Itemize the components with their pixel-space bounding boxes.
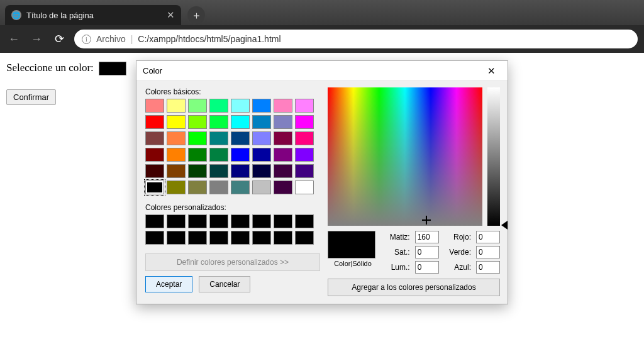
custom-swatch[interactable] — [209, 231, 228, 245]
basic-swatch[interactable] — [145, 164, 164, 178]
basic-swatch[interactable] — [167, 131, 186, 145]
dialog-titlebar[interactable]: Color ✕ — [136, 61, 508, 81]
custom-swatch[interactable] — [145, 214, 164, 228]
blue-input[interactable] — [476, 261, 500, 274]
basic-swatch[interactable] — [274, 115, 292, 129]
custom-swatch[interactable] — [252, 231, 271, 245]
reload-button[interactable]: ⟳ — [52, 32, 67, 46]
custom-swatch[interactable] — [295, 214, 314, 228]
basic-swatch[interactable] — [274, 180, 292, 194]
url-separator: | — [131, 34, 133, 44]
basic-swatch[interactable] — [295, 180, 314, 194]
custom-swatch[interactable] — [145, 231, 164, 245]
custom-swatch[interactable] — [274, 214, 292, 228]
basic-swatch[interactable] — [231, 180, 250, 194]
basic-swatch[interactable] — [167, 115, 186, 129]
basic-swatch[interactable] — [209, 115, 228, 129]
custom-swatch[interactable] — [188, 231, 207, 245]
basic-swatch[interactable] — [274, 131, 292, 145]
back-button[interactable]: ← — [6, 33, 21, 46]
lum-input[interactable] — [415, 261, 439, 274]
custom-swatch[interactable] — [295, 231, 314, 245]
basic-swatch[interactable] — [145, 115, 164, 129]
color-dialog: Color ✕ Colores básicos: Colores persona… — [136, 60, 508, 304]
custom-swatch[interactable] — [274, 231, 292, 245]
preview-label: Color|Sólido — [328, 260, 378, 267]
accept-button[interactable]: Aceptar — [145, 276, 192, 292]
basic-swatch[interactable] — [231, 115, 250, 129]
define-custom-button: Definir colores personalizados >> — [145, 253, 320, 271]
custom-colors-grid — [145, 214, 320, 245]
custom-swatch[interactable] — [188, 214, 207, 228]
custom-swatch[interactable] — [167, 214, 186, 228]
tab-close-icon[interactable]: ✕ — [167, 9, 175, 21]
basic-swatch[interactable] — [231, 99, 250, 113]
basic-swatch[interactable] — [145, 99, 164, 113]
url-bar[interactable]: i Archivo | C:/xampp/htdocs/html5/pagina… — [74, 30, 638, 48]
basic-swatch[interactable] — [188, 115, 207, 129]
basic-swatch[interactable] — [252, 99, 271, 113]
browser-tabstrip: 🌐 Título de la página ✕ ＋ — [0, 0, 644, 25]
custom-swatch[interactable] — [231, 231, 250, 245]
basic-colors-label: Colores básicos: — [145, 87, 320, 96]
cancel-button[interactable]: Cancelar — [199, 276, 250, 292]
basic-swatch[interactable] — [274, 148, 292, 162]
basic-swatch[interactable] — [252, 131, 271, 145]
basic-swatch[interactable] — [231, 148, 250, 162]
custom-swatch[interactable] — [167, 231, 186, 245]
basic-swatch[interactable] — [167, 164, 186, 178]
basic-swatch[interactable] — [252, 180, 271, 194]
basic-swatch[interactable] — [209, 164, 228, 178]
basic-swatch[interactable] — [188, 148, 207, 162]
luminosity-slider[interactable] — [487, 87, 500, 226]
confirm-button[interactable]: Confirmar — [6, 89, 56, 105]
sat-input[interactable] — [415, 246, 439, 258]
basic-swatch[interactable] — [231, 131, 250, 145]
basic-swatch[interactable] — [145, 148, 164, 162]
basic-swatch[interactable] — [188, 164, 207, 178]
info-icon[interactable]: i — [82, 35, 91, 44]
dialog-close-button[interactable]: ✕ — [477, 62, 505, 80]
basic-swatch[interactable] — [209, 99, 228, 113]
add-to-custom-button[interactable]: Agregar a los colores personalizados — [328, 279, 500, 296]
basic-swatch[interactable] — [167, 99, 186, 113]
color-input[interactable] — [99, 62, 126, 75]
custom-swatch[interactable] — [231, 214, 250, 228]
globe-icon: 🌐 — [11, 10, 21, 20]
basic-swatch[interactable] — [295, 148, 314, 162]
sat-label: Sat.: — [384, 248, 410, 257]
hue-input[interactable] — [415, 231, 439, 243]
url-scheme: Archivo — [96, 34, 126, 44]
basic-swatch[interactable] — [295, 115, 314, 129]
basic-swatch[interactable] — [167, 180, 186, 194]
forward-button[interactable]: → — [29, 33, 44, 46]
basic-swatch[interactable] — [188, 99, 207, 113]
red-input[interactable] — [476, 231, 500, 243]
basic-swatch[interactable] — [231, 164, 250, 178]
new-tab-button[interactable]: ＋ — [187, 6, 205, 24]
basic-swatch[interactable] — [145, 180, 164, 194]
basic-swatch[interactable] — [167, 148, 186, 162]
basic-swatch[interactable] — [252, 115, 271, 129]
basic-swatch[interactable] — [252, 148, 271, 162]
basic-swatch[interactable] — [274, 164, 292, 178]
green-label: Verde: — [444, 248, 471, 257]
basic-swatch[interactable] — [295, 164, 314, 178]
basic-swatch[interactable] — [188, 180, 207, 194]
custom-swatch[interactable] — [209, 214, 228, 228]
basic-swatch[interactable] — [295, 131, 314, 145]
basic-swatch[interactable] — [252, 164, 271, 178]
basic-swatch[interactable] — [145, 131, 164, 145]
basic-swatch[interactable] — [295, 99, 314, 113]
color-gradient[interactable] — [328, 87, 482, 226]
basic-swatch[interactable] — [274, 99, 292, 113]
basic-swatch[interactable] — [209, 148, 228, 162]
custom-swatch[interactable] — [252, 214, 271, 228]
custom-colors-label: Colores personalizados: — [145, 203, 320, 212]
basic-swatch[interactable] — [188, 131, 207, 145]
browser-tab[interactable]: 🌐 Título de la página ✕ — [5, 5, 181, 25]
basic-swatch[interactable] — [209, 131, 228, 145]
basic-swatch[interactable] — [209, 180, 228, 194]
green-input[interactable] — [476, 246, 500, 258]
url-path: C:/xampp/htdocs/html5/pagina1.html — [138, 34, 280, 44]
